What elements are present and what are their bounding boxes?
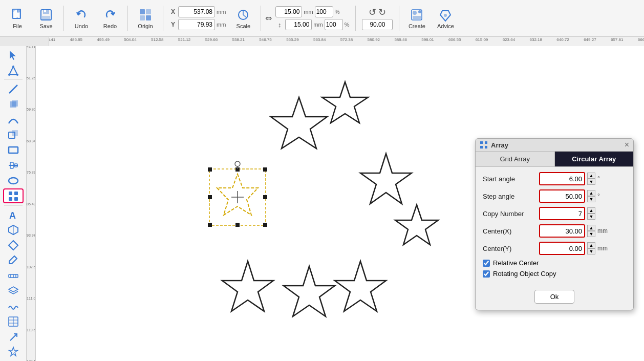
corner-box xyxy=(0,37,49,46)
width-pct[interactable] xyxy=(315,6,333,17)
node-edit-button[interactable] xyxy=(3,63,24,78)
rect-tool-button[interactable] xyxy=(3,143,24,157)
side-sep-1 xyxy=(4,79,23,80)
center-x-input[interactable] xyxy=(539,224,585,238)
relative-center-row: Relative Center xyxy=(483,259,626,267)
center-y-row: Center(Y) ▲ ▼ mm xyxy=(483,242,626,255)
rotate-cw-button[interactable]: ↻ xyxy=(378,7,386,18)
line-tool-button[interactable] xyxy=(3,82,24,96)
array-dialog: Array × Grid Array Circular Array Start … xyxy=(475,138,634,310)
layer-tool-button[interactable] xyxy=(3,97,24,112)
ok-button[interactable]: Ok xyxy=(534,290,575,304)
step-angle-input[interactable] xyxy=(539,189,585,203)
edit-tool-button[interactable] xyxy=(3,253,24,268)
step-angle-row: Step angle ▲ ▼ ° xyxy=(483,189,626,203)
undo-button[interactable]: Undo xyxy=(68,3,95,34)
svg-rect-23 xyxy=(12,100,18,107)
svg-marker-67 xyxy=(335,261,386,311)
dialog-close-button[interactable]: × xyxy=(625,141,629,149)
start-angle-input-wrap: ▲ ▼ ° xyxy=(539,172,626,185)
redo-button[interactable]: Redo xyxy=(97,3,123,34)
rotate-input[interactable] xyxy=(362,19,393,30)
start-angle-row: Start angle ▲ ▼ ° xyxy=(483,172,626,185)
file-button[interactable]: ≡ File xyxy=(4,3,31,34)
3d-tool-button[interactable] xyxy=(3,223,24,238)
svg-point-14 xyxy=(413,11,417,15)
svg-rect-69 xyxy=(485,141,487,144)
curve-tool-button[interactable] xyxy=(3,113,24,127)
dialog-titlebar: Array × xyxy=(476,139,633,152)
start-angle-spin: ▲ ▼ xyxy=(587,173,595,185)
copy-number-label: Copy Number xyxy=(483,210,539,218)
svg-marker-37 xyxy=(9,241,18,250)
step-angle-input-wrap: ▲ ▼ ° xyxy=(539,189,626,203)
selected-star[interactable] xyxy=(208,161,267,227)
height-arrow-icon: ↕ xyxy=(275,21,284,29)
svg-rect-50 xyxy=(263,167,267,172)
width-input[interactable] xyxy=(275,6,302,17)
start-angle-up[interactable]: ▲ xyxy=(587,173,595,179)
tab-grid-array[interactable]: Grid Array xyxy=(476,152,555,166)
create-button[interactable]: Create xyxy=(403,3,430,34)
step-angle-up[interactable]: ▲ xyxy=(587,190,595,196)
height-pct[interactable] xyxy=(325,19,343,30)
dialog-body: Start angle ▲ ▼ ° Step angle xyxy=(476,167,633,286)
star-tool-button[interactable] xyxy=(3,345,24,359)
save-button[interactable]: Save xyxy=(33,3,59,34)
layers-tool-button[interactable] xyxy=(3,284,24,298)
advice-button[interactable]: Advice xyxy=(432,3,459,34)
arrow-tool-button[interactable] xyxy=(3,330,24,344)
center-x-unit: mm xyxy=(597,227,608,235)
x-input[interactable] xyxy=(178,6,215,17)
copy-number-input[interactable] xyxy=(539,207,585,220)
table-tool-button[interactable] xyxy=(3,314,24,329)
polygon-tool-button[interactable] xyxy=(3,238,24,252)
rotating-copy-label: Rotating Object Copy xyxy=(493,270,556,278)
scale-button[interactable]: Scale xyxy=(230,3,256,34)
x-unit: mm xyxy=(217,9,226,15)
select-tool-button[interactable] xyxy=(3,48,24,62)
svg-marker-66 xyxy=(284,266,335,316)
copy-number-input-wrap: ▲ ▼ xyxy=(539,207,626,220)
svg-rect-55 xyxy=(263,223,267,227)
svg-rect-8 xyxy=(140,9,145,14)
svg-point-56 xyxy=(235,161,240,166)
relative-center-checkbox[interactable] xyxy=(483,260,490,267)
step-angle-unit: ° xyxy=(597,193,600,200)
center-y-label: Center(Y) xyxy=(483,245,539,252)
duplicate-tool-button[interactable] xyxy=(3,128,24,142)
svg-rect-52 xyxy=(263,195,267,199)
text-tool-button[interactable]: A xyxy=(3,208,24,222)
center-y-down[interactable]: ▼ xyxy=(587,248,595,254)
measure-tool-button[interactable] xyxy=(3,269,24,283)
step-angle-down[interactable]: ▼ xyxy=(587,196,595,202)
origin-button[interactable]: Origin xyxy=(132,3,159,34)
center-x-down[interactable]: ▼ xyxy=(587,231,595,237)
ellipse-tool-button[interactable] xyxy=(3,174,24,188)
tab-circular-array[interactable]: Circular Array xyxy=(555,152,634,166)
wave-tool-button[interactable] xyxy=(3,299,24,313)
start-angle-label: Start angle xyxy=(483,175,539,183)
start-angle-input[interactable] xyxy=(539,172,585,185)
rotating-copy-checkbox[interactable] xyxy=(483,270,490,278)
svg-marker-62 xyxy=(322,82,368,123)
svg-rect-6 xyxy=(44,10,46,12)
center-y-input[interactable] xyxy=(539,242,585,255)
svg-rect-25 xyxy=(12,130,18,136)
dialog-footer: Ok xyxy=(476,286,633,310)
svg-rect-31 xyxy=(9,192,12,195)
rotating-copy-row: Rotating Object Copy xyxy=(483,270,626,278)
side-sep-2 xyxy=(4,205,23,206)
height-input[interactable] xyxy=(285,19,312,30)
align-tool-button[interactable] xyxy=(3,158,24,173)
v-ruler: 42.7151.2659.8068.3476.8985.4393.97102.5… xyxy=(27,46,36,361)
start-angle-down[interactable]: ▼ xyxy=(587,179,595,185)
copy-number-down[interactable]: ▼ xyxy=(587,214,595,220)
center-x-up[interactable]: ▲ xyxy=(587,225,595,231)
center-y-up[interactable]: ▲ xyxy=(587,242,595,248)
copy-number-up[interactable]: ▲ xyxy=(587,207,595,214)
dialog-title: Array xyxy=(480,141,508,149)
y-input[interactable] xyxy=(178,19,215,30)
rotate-ccw-button[interactable]: ↺ xyxy=(369,7,376,18)
array-tool-button[interactable] xyxy=(3,188,24,203)
